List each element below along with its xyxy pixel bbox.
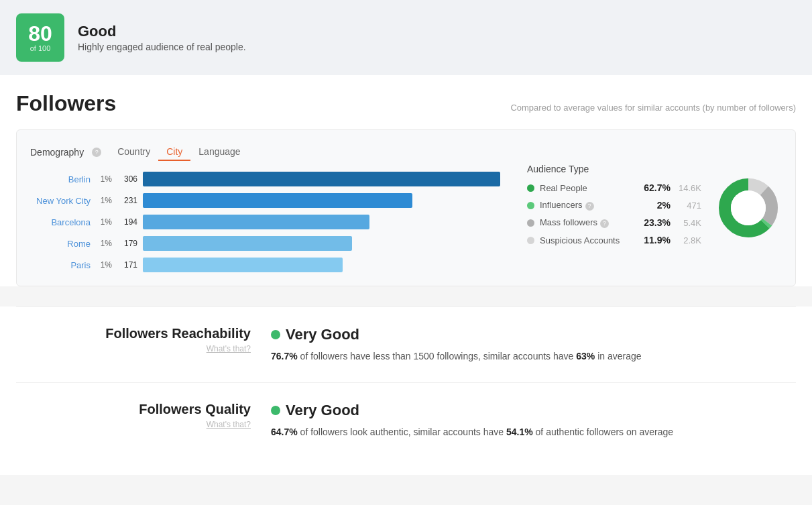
metric-title: Followers Reachability <box>16 326 251 341</box>
audience-section: Audience Type Real People62.7%14.6KInflu… <box>527 144 782 272</box>
score-of: of 100 <box>30 44 51 52</box>
audience-pct: 62.7% <box>638 182 671 193</box>
audience-data: Audience Type Real People62.7%14.6KInflu… <box>527 164 701 252</box>
audience-count: 471 <box>676 201 701 211</box>
audience-row: Suspicious Accounts11.9%2.8K <box>527 235 701 245</box>
metric-status: Very Good <box>271 326 796 343</box>
audience-type-name: Real People <box>540 183 633 193</box>
audience-dot <box>527 184 534 192</box>
question-mark-icon[interactable]: ? <box>600 219 609 228</box>
bar-track <box>143 258 500 272</box>
bar-city-count: 306 <box>117 174 137 184</box>
demography-section: Demography ? Country City Language Berli… <box>30 144 500 272</box>
audience-row: Mass followers?23.3%5.4K <box>527 217 701 228</box>
followers-section: Followers Compared to average values for… <box>0 75 812 286</box>
audience-type-name: Suspicious Accounts <box>540 235 633 245</box>
audience-count: 14.6K <box>676 183 701 193</box>
bar-fill <box>143 258 343 272</box>
metric-title: Followers Quality <box>16 402 251 417</box>
metric-content: Very Good76.7% of followers have less th… <box>271 326 796 363</box>
status-text: Very Good <box>286 402 359 419</box>
score-section: 80 of 100 Good Highly engaged audience o… <box>0 0 812 75</box>
demography-label: Demography <box>30 147 84 158</box>
audience-title: Audience Type <box>527 164 701 174</box>
audience-row: Real People62.7%14.6K <box>527 182 701 193</box>
bar-row: New York City1%231 <box>30 193 500 208</box>
audience-row: Influencers?2%471 <box>527 200 701 211</box>
bar-fill <box>143 236 352 251</box>
bar-row: Barcelona1%194 <box>30 215 500 229</box>
followers-subtitle: Compared to average values for similar a… <box>510 103 796 113</box>
bar-city-pct: 1% <box>96 174 112 184</box>
tab-language[interactable]: Language <box>190 144 248 161</box>
audience-type-name: Mass followers? <box>540 217 633 228</box>
bar-fill <box>143 215 369 229</box>
bar-city-name: Paris <box>30 260 91 270</box>
bar-city-pct: 1% <box>96 196 112 205</box>
followers-header: Followers Compared to average values for… <box>16 91 796 116</box>
demography-question-icon[interactable]: ? <box>92 148 101 157</box>
score-description: Highly engaged audience of real people. <box>78 42 246 52</box>
metric-whats-that-link[interactable]: What's that? <box>16 420 251 429</box>
audience-dot <box>527 219 534 227</box>
metric-block-reachability: Followers ReachabilityWhat's that?Very G… <box>16 306 796 382</box>
audience-pct: 11.9% <box>638 235 671 245</box>
svg-point-5 <box>731 190 766 225</box>
bar-city-name: New York City <box>30 196 91 206</box>
question-mark-icon[interactable]: ? <box>585 202 594 211</box>
tab-country[interactable]: Country <box>109 144 158 161</box>
tabs-header: Demography ? Country City Language <box>30 144 500 161</box>
bar-city-pct: 1% <box>96 260 112 270</box>
bar-track <box>143 215 500 229</box>
metric-label-col: Followers QualityWhat's that? <box>16 402 271 439</box>
bar-fill <box>143 193 412 208</box>
status-dot <box>271 406 280 415</box>
tab-city[interactable]: City <box>158 144 190 161</box>
followers-title: Followers <box>16 91 116 116</box>
audience-pct: 2% <box>638 200 671 211</box>
bar-city-count: 231 <box>117 196 137 205</box>
metric-whats-that-link[interactable]: What's that? <box>16 344 251 353</box>
metric-label-col: Followers ReachabilityWhat's that? <box>16 326 271 363</box>
bar-city-count: 194 <box>117 217 137 227</box>
metric-description: 64.7% of followers look authentic, simil… <box>271 425 796 439</box>
audience-type-name: Influencers? <box>540 200 633 211</box>
bar-city-pct: 1% <box>96 217 112 227</box>
status-dot <box>271 330 280 339</box>
bar-track <box>143 193 500 208</box>
audience-pct: 23.3% <box>638 217 671 228</box>
score-number: 80 <box>28 23 52 44</box>
bar-row: Paris1%171 <box>30 258 500 272</box>
metric-content: Very Good64.7% of followers look authent… <box>271 402 796 439</box>
metrics-section: Followers ReachabilityWhat's that?Very G… <box>0 306 812 475</box>
score-badge: 80 of 100 <box>16 13 64 62</box>
bar-city-name: Rome <box>30 239 91 249</box>
bar-track <box>143 172 500 186</box>
audience-count: 5.4K <box>676 218 701 228</box>
status-text: Very Good <box>286 326 359 343</box>
metric-description: 76.7% of followers have less than 1500 f… <box>271 349 796 363</box>
bar-fill <box>143 172 500 186</box>
audience-count: 2.8K <box>676 235 701 245</box>
bar-city-name: Barcelona <box>30 217 91 227</box>
audience-dot <box>527 237 534 244</box>
bar-city-count: 179 <box>117 239 137 248</box>
score-label: Good <box>78 23 246 40</box>
bar-city-pct: 1% <box>96 239 112 248</box>
metric-block-quality: Followers QualityWhat's that?Very Good64… <box>16 382 796 458</box>
score-text: Good Highly engaged audience of real peo… <box>78 23 246 52</box>
metric-status: Very Good <box>271 402 796 419</box>
bar-chart: Berlin1%306New York City1%231Barcelona1%… <box>30 172 500 272</box>
bar-track <box>143 236 500 251</box>
followers-card: Demography ? Country City Language Berli… <box>16 129 796 286</box>
audience-rows: Real People62.7%14.6KInfluencers?2%471Ma… <box>527 182 701 245</box>
audience-dot <box>527 202 534 209</box>
bar-city-name: Berlin <box>30 174 91 184</box>
bar-city-count: 171 <box>117 260 137 270</box>
donut-chart <box>715 174 782 241</box>
bar-row: Rome1%179 <box>30 236 500 251</box>
bar-row: Berlin1%306 <box>30 172 500 186</box>
page-wrapper: 80 of 100 Good Highly engaged audience o… <box>0 0 812 475</box>
